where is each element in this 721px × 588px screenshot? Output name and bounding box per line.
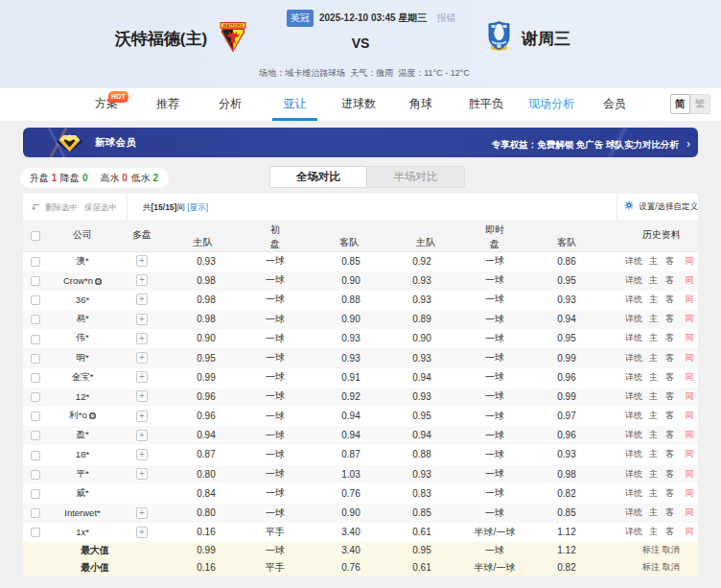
svg-text:WATFORD: WATFORD	[223, 23, 244, 28]
